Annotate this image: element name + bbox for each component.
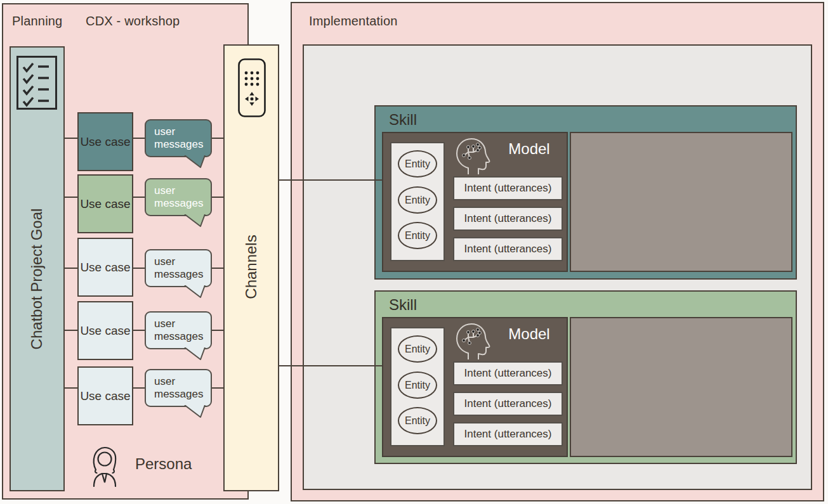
intent-box: Intent (utterances) — [453, 237, 563, 261]
entity-node: Entity — [398, 335, 437, 363]
user-messages-bubble: user messages — [145, 249, 212, 287]
entity-label: Entity — [405, 158, 430, 170]
bubble-tail — [184, 214, 207, 228]
intent-label: Intent (utterances) — [464, 367, 552, 380]
intent-box: Intent (utterances) — [453, 392, 563, 416]
bubble-tail — [184, 405, 207, 418]
checklist-icon — [16, 55, 58, 110]
skill-side-panel — [570, 132, 792, 272]
use-case-label: Use case — [80, 324, 130, 338]
user-messages-bubble: user messages — [145, 311, 212, 349]
diagram-canvas: Planning CDX - workshop Chatbot Project … — [0, 0, 828, 504]
planning-title: Planning — [12, 14, 62, 29]
entity-label: Entity — [405, 380, 430, 391]
bubble-text: user messages — [154, 318, 203, 342]
entity-node: Entity — [398, 407, 437, 434]
model-box: Model Entity Entity Entity Intent (utter… — [382, 317, 568, 457]
intent-label: Intent (utterances) — [464, 428, 552, 441]
entity-label: Entity — [405, 415, 430, 427]
use-case-label: Use case — [80, 135, 130, 149]
persona-label: Persona — [135, 455, 192, 473]
ai-head-circuit-icon — [450, 134, 494, 176]
goal-label: Chatbot Project Goal — [28, 209, 46, 350]
skill-label: Skill — [389, 296, 417, 314]
bubble-tail — [184, 285, 207, 299]
entity-label: Entity — [405, 344, 430, 355]
bubble-text: user messages — [154, 184, 203, 209]
entity-label: Entity — [405, 195, 430, 206]
connector-line — [279, 179, 382, 181]
entity-panel: Entity Entity Entity — [390, 142, 445, 261]
bubble-text: user messages — [154, 375, 203, 400]
entity-node: Entity — [398, 222, 437, 249]
keypad-dpad-icon — [238, 58, 266, 117]
skill-box: Skill Model En — [374, 105, 797, 280]
intent-box: Intent (utterances) — [453, 361, 563, 385]
use-case-box: Use case — [77, 112, 133, 171]
model-label: Model — [491, 140, 567, 158]
use-case-box: Use case — [77, 366, 133, 425]
entity-node: Entity — [398, 372, 437, 399]
user-messages-bubble: user messages — [145, 178, 212, 216]
persona-woman-icon — [89, 446, 120, 487]
intent-box: Intent (utterances) — [453, 207, 563, 231]
bubble-text: user messages — [154, 255, 203, 280]
entity-label: Entity — [405, 230, 430, 242]
intent-box: Intent (utterances) — [453, 422, 563, 446]
intent-box: Intent (utterances) — [453, 176, 563, 200]
connector-line — [279, 365, 382, 366]
entity-panel: Entity Entity Entity — [390, 327, 445, 446]
use-case-box: Use case — [77, 174, 133, 233]
skill-side-panel — [570, 317, 792, 457]
user-messages-bubble: user messages — [145, 119, 212, 157]
bubble-text: user messages — [154, 126, 203, 150]
bubble-tail — [184, 155, 207, 169]
use-case-box: Use case — [77, 238, 133, 297]
use-case-label: Use case — [80, 197, 130, 211]
entity-node: Entity — [398, 150, 437, 178]
intent-label: Intent (utterances) — [464, 182, 552, 195]
entity-node: Entity — [398, 186, 437, 214]
ai-head-circuit-icon — [450, 319, 494, 361]
bubble-tail — [184, 347, 207, 361]
skill-box: Skill Model En — [374, 290, 797, 464]
intent-label: Intent (utterances) — [464, 212, 552, 225]
model-box: Model Entity Entity Entity Intent (utter… — [382, 132, 568, 272]
skill-label: Skill — [389, 111, 417, 129]
intent-label: Intent (utterances) — [464, 243, 552, 255]
model-label: Model — [491, 325, 567, 343]
use-case-label: Use case — [80, 261, 130, 275]
intent-label: Intent (utterances) — [464, 397, 552, 410]
user-messages-bubble: user messages — [145, 369, 212, 407]
use-case-box: Use case — [77, 301, 133, 360]
implementation-title: Implementation — [309, 14, 398, 29]
workshop-title: CDX - workshop — [86, 14, 180, 29]
channels-label: Channels — [242, 235, 260, 299]
use-case-label: Use case — [80, 389, 130, 403]
